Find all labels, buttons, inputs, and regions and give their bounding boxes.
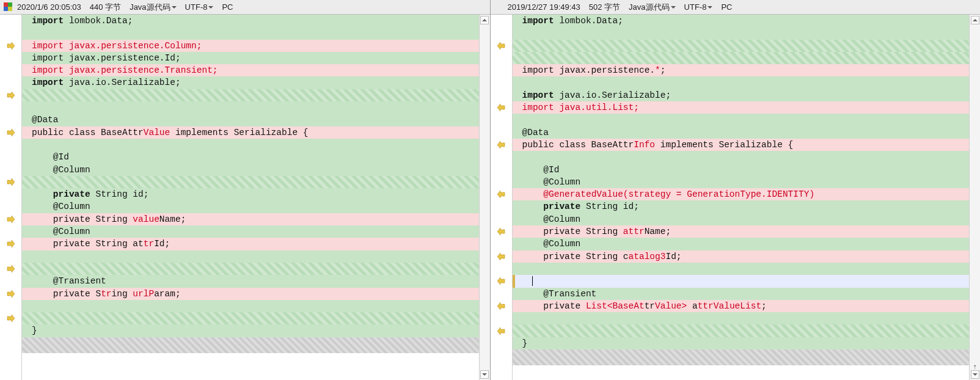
sync-arrow-icon[interactable] [7, 42, 15, 49]
gutter-row [0, 225, 21, 238]
gutter-row [0, 288, 21, 300]
scrollbar[interactable] [479, 15, 490, 380]
code-line[interactable] [22, 89, 490, 101]
sync-arrow-icon[interactable] [497, 42, 505, 49]
code-line[interactable] [513, 151, 981, 163]
sync-arrow-icon[interactable] [497, 302, 505, 310]
sync-arrow-icon[interactable] [7, 240, 15, 247]
sync-arrow-icon[interactable] [7, 92, 15, 99]
code-line[interactable]: @Column [513, 238, 981, 250]
scroll-down-button[interactable] [480, 370, 489, 379]
sync-arrow-icon[interactable] [497, 191, 505, 198]
gutter-row [491, 101, 512, 114]
code-line[interactable] [22, 101, 490, 114]
scroll-down-button[interactable] [971, 370, 979, 379]
code-line[interactable]: @Id [513, 164, 981, 176]
code-line[interactable]: private String catalog3Id; [513, 250, 981, 263]
code-line[interactable]: @Column [22, 200, 490, 213]
left-code[interactable]: import lombok.Data;import javax.persiste… [22, 15, 490, 380]
code-line[interactable]: public class BaseAttrValue implements Se… [22, 126, 490, 139]
gutter-row [491, 126, 512, 139]
code-line[interactable] [22, 139, 490, 151]
gutter-row [491, 288, 512, 300]
code-line[interactable] [22, 312, 490, 324]
code-text: private String attrId; [22, 238, 170, 250]
code-line[interactable] [513, 52, 981, 64]
code-line[interactable] [22, 300, 490, 312]
code-text: import javax.persistence.*; [513, 64, 666, 76]
sync-arrow-icon[interactable] [497, 104, 505, 111]
gutter-row [491, 263, 512, 275]
left-editor[interactable]: import lombok.Data;import javax.persiste… [0, 15, 490, 380]
sync-arrow-icon[interactable] [497, 141, 505, 148]
code-line[interactable] [513, 275, 981, 287]
code-line[interactable]: private String urlParam; [22, 288, 490, 300]
filetype-dropdown[interactable]: Java源代码 [629, 2, 675, 13]
code-line[interactable] [513, 312, 981, 324]
code-text: private String attrName; [513, 225, 671, 238]
code-line[interactable]: @Transient [513, 288, 981, 300]
code-line[interactable]: @Id [22, 151, 490, 163]
code-line[interactable] [513, 114, 981, 126]
filetype-dropdown[interactable]: Java源代码 [130, 2, 176, 13]
code-line[interactable]: import java.io.Serializable; [22, 76, 490, 89]
code-line[interactable] [513, 324, 981, 337]
code-line[interactable]: private List<BaseAttrValue> attrValueLis… [513, 300, 981, 312]
code-text: @Transient [22, 275, 106, 287]
gutter-row [491, 225, 512, 238]
code-line[interactable]: private String attrName; [513, 225, 981, 238]
sync-arrow-icon[interactable] [7, 178, 15, 186]
code-line[interactable]: } [22, 324, 490, 337]
code-line[interactable]: private String valueName; [22, 213, 490, 225]
sync-arrow-icon[interactable] [7, 216, 15, 223]
code-line[interactable]: @Column [22, 225, 490, 238]
code-line[interactable]: import java.util.List; [513, 101, 981, 114]
code-line[interactable]: @Transient [22, 275, 490, 287]
code-line[interactable]: import javax.persistence.Transient; [22, 64, 490, 76]
code-line[interactable]: @Data [22, 114, 490, 126]
code-line[interactable]: import lombok.Data; [22, 15, 490, 27]
code-line[interactable]: } [513, 337, 981, 349]
sync-arrow-icon[interactable] [497, 253, 505, 260]
code-line[interactable]: import java.io.Serializable; [513, 89, 981, 101]
code-line[interactable]: import lombok.Data; [513, 15, 981, 27]
right-editor[interactable]: import lombok.Data;import javax.persiste… [491, 15, 981, 380]
encoding-dropdown[interactable]: UTF-8 [684, 2, 713, 12]
code-line[interactable]: @GeneratedValue(strategy = GenerationTyp… [513, 188, 981, 200]
code-line[interactable] [22, 250, 490, 263]
code-line[interactable]: @Data [513, 126, 981, 139]
scrollbar[interactable]: ⇡ [969, 15, 980, 380]
code-line[interactable] [513, 27, 981, 39]
code-line[interactable]: import javax.persistence.Column; [22, 40, 490, 52]
sync-arrow-icon[interactable] [497, 277, 505, 285]
code-line[interactable] [513, 40, 981, 52]
code-line[interactable] [22, 263, 490, 275]
code-line[interactable]: import javax.persistence.*; [513, 64, 981, 76]
gutter-row [0, 213, 21, 225]
code-line[interactable]: private String attrId; [22, 238, 490, 250]
code-line[interactable]: import javax.persistence.Id; [22, 52, 490, 64]
code-line[interactable]: @Column [513, 213, 981, 225]
code-line[interactable] [22, 176, 490, 188]
code-line[interactable]: @Column [513, 176, 981, 188]
sync-arrow-icon[interactable] [7, 129, 15, 136]
eof-marker [513, 349, 981, 365]
code-line[interactable]: @Column [22, 164, 490, 176]
code-line[interactable] [22, 27, 490, 39]
code-line[interactable]: private String id; [513, 200, 981, 213]
code-text: public class BaseAttrValue implements Se… [22, 126, 309, 139]
code-line[interactable]: public class BaseAttrInfo implements Ser… [513, 139, 981, 151]
right-code[interactable]: import lombok.Data;import javax.persiste… [513, 15, 981, 380]
sync-arrow-icon[interactable] [497, 327, 505, 335]
code-line[interactable] [513, 263, 981, 275]
code-line[interactable] [513, 76, 981, 89]
code-line[interactable]: private String id; [22, 188, 490, 200]
scroll-up-button[interactable] [480, 16, 489, 24]
gutter-row [491, 176, 512, 188]
scroll-up-button[interactable] [971, 16, 979, 24]
sync-arrow-icon[interactable] [7, 315, 15, 322]
sync-arrow-icon[interactable] [497, 228, 505, 235]
encoding-dropdown[interactable]: UTF-8 [185, 2, 214, 12]
sync-arrow-icon[interactable] [7, 265, 15, 272]
sync-arrow-icon[interactable] [7, 290, 15, 298]
